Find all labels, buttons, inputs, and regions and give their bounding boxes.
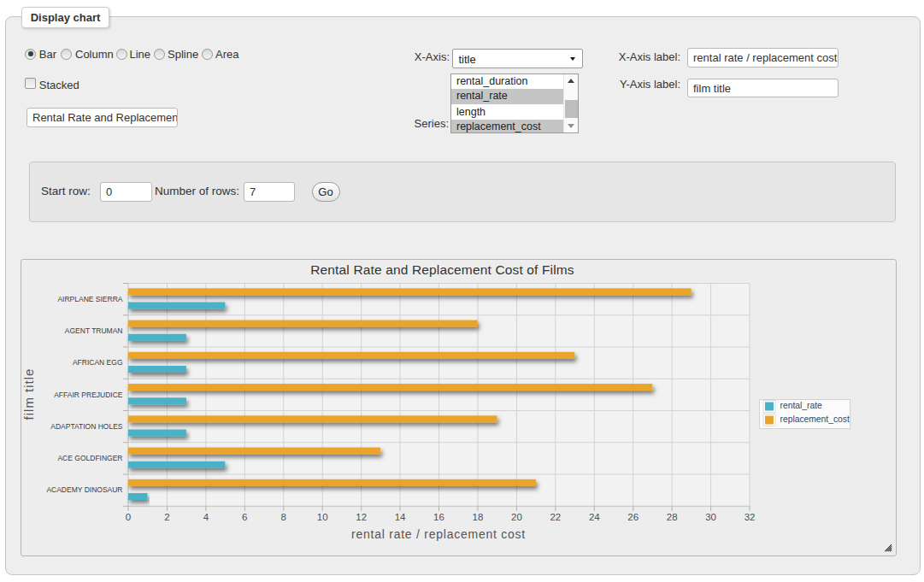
svg-text:22: 22 (550, 512, 561, 522)
svg-text:28: 28 (667, 512, 678, 522)
svg-text:rental rate / replacement cost: rental rate / replacement cost (351, 527, 526, 541)
svg-text:12: 12 (356, 512, 367, 522)
svg-text:30: 30 (705, 512, 716, 522)
svg-text:rental_rate: rental_rate (780, 401, 823, 410)
svg-text:20: 20 (511, 512, 522, 522)
svg-text:26: 26 (627, 512, 639, 522)
svg-text:24: 24 (589, 512, 600, 522)
svg-text:replacement_cost: replacement_cost (780, 414, 850, 424)
svg-text:18: 18 (473, 512, 484, 522)
svg-text:ACE GOLDFINGER: ACE GOLDFINGER (57, 454, 122, 462)
svg-text:4: 4 (203, 512, 209, 522)
svg-text:Rental Rate and Replacement Co: Rental Rate and Replacement Cost of Film… (310, 262, 574, 277)
svg-text:ADAPTATION HOLES: ADAPTATION HOLES (50, 422, 123, 431)
svg-text:2: 2 (164, 512, 169, 522)
svg-text:film title: film title (21, 368, 36, 420)
svg-text:16: 16 (433, 512, 444, 522)
svg-text:AGENT TRUMAN: AGENT TRUMAN (65, 326, 123, 335)
svg-text:10: 10 (317, 512, 328, 522)
svg-text:8: 8 (281, 512, 286, 522)
svg-text:32: 32 (744, 512, 756, 522)
svg-text:0: 0 (126, 512, 131, 522)
svg-text:ACADEMY DINOSAUR: ACADEMY DINOSAUR (46, 485, 122, 494)
svg-text:AFFAIR PREJUDICE: AFFAIR PREJUDICE (54, 391, 123, 399)
svg-text:AIRPLANE SIERRA: AIRPLANE SIERRA (57, 295, 122, 303)
svg-text:14: 14 (395, 512, 406, 522)
svg-text:AFRICAN EGG: AFRICAN EGG (73, 358, 123, 367)
svg-text:6: 6 (242, 512, 247, 522)
